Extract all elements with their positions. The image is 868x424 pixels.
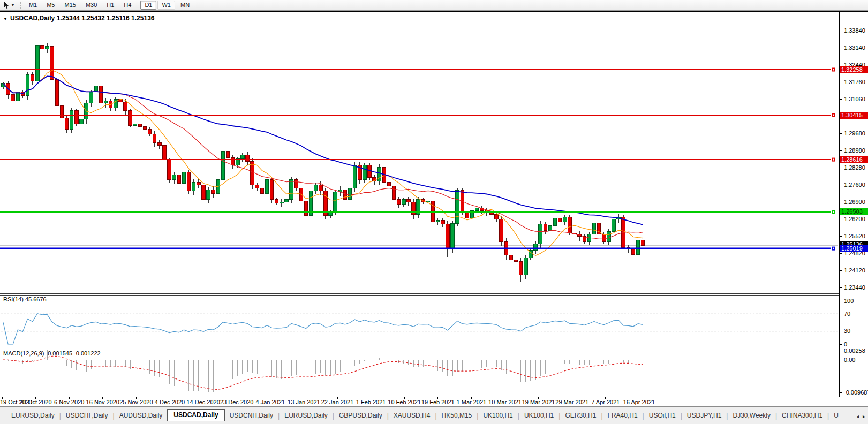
- chart-tab-gbpusd-daily[interactable]: GBPUSD,Daily: [334, 411, 387, 421]
- level-anchor: [832, 68, 835, 72]
- chart-tab-usdchf-daily[interactable]: USDCHF,Daily: [61, 411, 113, 421]
- toolbar-grip[interactable]: [20, 2, 21, 9]
- level-price-label[interactable]: 1.32258: [840, 66, 868, 73]
- level-price-label[interactable]: 1.30415: [840, 112, 868, 119]
- chart-title-symbol: USDCAD,Daily: [10, 14, 55, 22]
- rsi-scale-tick: 30: [844, 328, 850, 335]
- chart-cursor-tool[interactable]: ▼: [3, 1, 15, 9]
- tab-scroll-right-icon[interactable]: ▸: [863, 413, 865, 419]
- rsi-indicator-label: RSI(14) 45.6676: [3, 296, 47, 302]
- chart-tabs-bar: EURUSD,Daily|USDCHF,Daily|AUDUSD,DailyUS…: [0, 407, 868, 424]
- chart-tab-audusd-daily[interactable]: AUDUSD,Daily: [115, 411, 168, 421]
- level-anchor: [832, 247, 835, 251]
- date-axis-label: 29 Mar 2021: [555, 399, 588, 405]
- chart-tab-fra40-h1[interactable]: FRA40,H1: [603, 411, 643, 421]
- chart-tab-u[interactable]: U: [829, 411, 843, 421]
- bid-price-label: 1.25136: [840, 241, 868, 248]
- chart-tab-usdcnh-daily[interactable]: USDCNH,Daily: [225, 411, 278, 421]
- chart-canvas[interactable]: [0, 0, 868, 424]
- chart-tab-xauusd-h4[interactable]: XAUUSD,H4: [389, 411, 435, 421]
- date-axis-label: 7 Apr 2021: [591, 399, 620, 405]
- chart-title: ▼USDCAD,Daily 1.25344 1.25432 1.25116 1.…: [3, 14, 154, 22]
- macd-signal-line: [3, 356, 643, 389]
- timeframe-button-h1[interactable]: H1: [102, 1, 118, 10]
- date-axis-label: 22 Jan 2021: [321, 399, 354, 405]
- macd-indicator-label: MACD(12,26,9) -0.001545 -0.001222: [3, 350, 101, 357]
- macd-histogram: [3, 350, 643, 392]
- timeframe-button-w1[interactable]: W1: [157, 1, 175, 10]
- ma-line-fast: [3, 71, 643, 256]
- date-axis-label: 19 Mar 2021: [522, 399, 555, 405]
- chart-tab-eurusd-daily[interactable]: EURUSD,Daily: [280, 411, 333, 421]
- rsi-scale-tick: 100: [844, 298, 854, 305]
- timeframe-button-h4[interactable]: H4: [119, 1, 135, 10]
- ma-line-slow: [3, 76, 643, 224]
- chart-tab-hk50-m15[interactable]: HK50,M15: [437, 411, 477, 421]
- rsi-scale-tick: 70: [844, 311, 850, 317]
- date-axis-label: 16 Apr 2021: [623, 399, 655, 405]
- date-axis-label: 10 Feb 2021: [388, 399, 421, 405]
- cursor-arrow-icon: [3, 1, 10, 9]
- rsi-scale-tick: 0: [844, 341, 847, 348]
- price-axis-tick: 1.27600: [844, 181, 865, 188]
- chart-tab-dj30-weekly[interactable]: DJ30,Weekly: [728, 411, 775, 421]
- price-axis-tick: 1.31060: [844, 96, 865, 103]
- date-axis-label: 16 Nov 2020: [86, 399, 119, 405]
- chart-tab-uk100-h1[interactable]: UK100,H1: [519, 411, 558, 421]
- date-axis-label: 4 Jan 2021: [256, 399, 285, 405]
- chart-tab-usdcad-daily[interactable]: USDCAD,Daily: [167, 409, 224, 421]
- chart-tab-uk100-h1[interactable]: UK100,H1: [478, 411, 517, 421]
- date-axis-label: 25 Nov 2020: [119, 399, 153, 405]
- price-axis-tick: 1.30360: [844, 113, 865, 120]
- level-price-label[interactable]: 1.26503: [840, 208, 868, 215]
- level-price-label[interactable]: 1.25019: [840, 245, 868, 252]
- price-axis-tick: 1.33140: [844, 44, 865, 51]
- timeframe-button-d1[interactable]: D1: [140, 1, 156, 10]
- date-axis-label: 14 Dec 2020: [186, 399, 220, 405]
- price-axis-tick: 1.29680: [844, 130, 865, 137]
- axis-labels-layer: 1.338401.331401.324401.317601.310601.303…: [0, 0, 868, 424]
- chart-tabs-group: EURUSD,Daily|USDCHF,Daily|AUDUSD,DailyUS…: [6, 410, 843, 421]
- level-anchor: [832, 158, 835, 162]
- toolbar-divider: [138, 2, 138, 9]
- date-axis-label: 10 Mar 2021: [488, 399, 522, 405]
- timeframe-button-m1[interactable]: M1: [25, 1, 41, 10]
- chart-tab-ger30-h1[interactable]: GER30,H1: [560, 411, 601, 421]
- timeframe-button-mn[interactable]: MN: [176, 1, 194, 10]
- date-axis-label: 19 Oct 2020: [0, 399, 32, 405]
- date-axis-label: 19 Feb 2021: [421, 399, 455, 405]
- tab-scroll-left-icon[interactable]: ◂: [856, 413, 859, 419]
- collapse-triangle-icon[interactable]: ▼: [3, 17, 7, 21]
- price-axis-tick: 1.31760: [844, 79, 865, 86]
- price-axis-tick: 1.28980: [844, 147, 865, 154]
- timeframe-button-m5[interactable]: M5: [42, 1, 59, 10]
- date-axis-label: 1 Mar 2021: [457, 399, 487, 405]
- level-anchor: [832, 113, 835, 117]
- timeframe-button-m15[interactable]: M15: [60, 1, 80, 10]
- chart-tab-usoil-h1[interactable]: USOil,H1: [644, 411, 681, 421]
- timeframe-button-m30[interactable]: M30: [81, 1, 101, 10]
- date-axis-label: 23 Dec 2020: [220, 399, 253, 405]
- price-axis-tick: 1.32440: [844, 62, 865, 69]
- price-axis-tick: 1.24120: [844, 267, 865, 274]
- macd-scale-tick: -0.009687: [844, 389, 868, 396]
- price-axis-tick: 1.23440: [844, 284, 865, 291]
- chart-tab-china300-h1[interactable]: CHINA300,H1: [777, 411, 827, 421]
- price-axis-tick: 1.28280: [844, 164, 865, 171]
- price-axis-tick: 1.33840: [844, 27, 865, 34]
- ma-line-mid: [3, 76, 643, 239]
- level-price-label[interactable]: 1.28616: [840, 156, 868, 163]
- chart-tab-usdjpy-h1[interactable]: USDJPY,H1: [682, 411, 726, 421]
- chevron-down-icon[interactable]: ▼: [11, 3, 15, 7]
- macd-scale-tick: 0.00: [844, 357, 855, 364]
- timeframe-buttons-group: M1M5M15M30H1H4D1W1MN: [24, 1, 194, 10]
- chart-tab-eurusd-daily[interactable]: EURUSD,Daily: [6, 411, 59, 421]
- price-axis-tick: 1.24820: [844, 250, 865, 257]
- price-axis-tick: 1.25520: [844, 233, 865, 240]
- date-axis-label: 4 Dec 2020: [155, 399, 185, 405]
- date-axis-label: 28 Oct 2020: [20, 399, 52, 405]
- date-axis-label: 1 Feb 2021: [356, 399, 386, 405]
- tab-scroll-controls: ◂ ▸: [856, 407, 865, 424]
- chart-title-quotes: 1.25344 1.25432 1.25116 1.25136: [57, 14, 155, 22]
- macd-scale-tick: 0.00258: [844, 347, 865, 354]
